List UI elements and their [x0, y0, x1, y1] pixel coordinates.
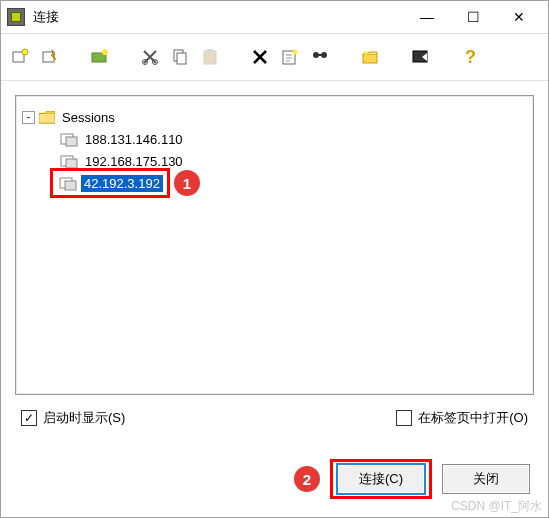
new-folder-icon[interactable] — [89, 46, 111, 68]
tree-item-label-selected: 42.192.3.192 — [81, 175, 163, 192]
connect-button-highlight: 连接(C) — [330, 459, 432, 499]
create-shortcut-icon[interactable] — [409, 46, 431, 68]
tree-item-2-selected[interactable]: 42.192.3.192 1 — [50, 172, 527, 194]
checkbox-checked-icon: ✓ — [21, 410, 37, 426]
tree-item-label: 192.168.175.130 — [82, 153, 186, 170]
properties-icon[interactable] — [359, 46, 381, 68]
quick-connect-icon[interactable] — [39, 46, 61, 68]
watermark-text: CSDN @IT_阿水 — [451, 498, 542, 515]
svg-rect-8 — [177, 53, 186, 64]
checkbox-unchecked-icon — [396, 410, 412, 426]
session-icon — [60, 131, 78, 147]
session-tree[interactable]: - Sessions 188.131.146.110 192.168.175.1… — [15, 95, 534, 395]
help-icon[interactable]: ? — [459, 46, 481, 68]
svg-rect-16 — [363, 54, 377, 63]
svg-point-4 — [102, 49, 108, 55]
tree-root-label: Sessions — [59, 109, 118, 126]
title-bar: 连接 — ☐ ✕ — [1, 1, 548, 34]
callout-badge-2: 2 — [294, 466, 320, 492]
svg-rect-15 — [318, 54, 322, 56]
svg-text:?: ? — [465, 47, 476, 67]
svg-point-1 — [22, 49, 28, 55]
content-area: - Sessions 188.131.146.110 192.168.175.1… — [1, 81, 548, 441]
new-session-icon[interactable] — [9, 46, 31, 68]
paste-icon[interactable] — [199, 46, 221, 68]
cut-icon[interactable] — [139, 46, 161, 68]
folder-icon — [39, 110, 55, 124]
startup-show-checkbox[interactable]: ✓ 启动时显示(S) — [21, 409, 125, 427]
svg-point-12 — [293, 50, 298, 55]
startup-show-label: 启动时显示(S) — [43, 409, 125, 427]
svg-rect-22 — [66, 137, 77, 146]
open-in-tab-label: 在标签页中打开(O) — [418, 409, 528, 427]
window-title: 连接 — [33, 8, 404, 26]
session-icon — [60, 153, 78, 169]
close-button[interactable]: 关闭 — [442, 464, 530, 494]
toolbar: ? — [1, 34, 548, 81]
svg-point-17 — [364, 51, 368, 55]
find-icon[interactable] — [309, 46, 331, 68]
app-icon — [7, 8, 25, 26]
maximize-button[interactable]: ☐ — [450, 3, 496, 31]
footer-buttons: 2 连接(C) 关闭 — [290, 459, 530, 499]
selection-highlight-box: 42.192.3.192 — [50, 168, 170, 198]
callout-badge-1: 1 — [174, 170, 200, 196]
checkbox-row: ✓ 启动时显示(S) 在标签页中打开(O) — [15, 409, 534, 427]
rename-icon[interactable] — [279, 46, 301, 68]
svg-rect-20 — [39, 113, 55, 123]
close-window-button[interactable]: ✕ — [496, 3, 542, 31]
window-controls: — ☐ ✕ — [404, 3, 542, 31]
copy-icon[interactable] — [169, 46, 191, 68]
svg-rect-10 — [207, 49, 213, 53]
dialog-window: 连接 — ☐ ✕ — [0, 0, 549, 518]
svg-rect-24 — [66, 159, 77, 168]
session-icon — [59, 175, 77, 191]
tree-root-sessions[interactable]: - Sessions — [22, 106, 527, 128]
tree-item-0[interactable]: 188.131.146.110 — [60, 128, 527, 150]
svg-rect-26 — [65, 181, 76, 190]
delete-icon[interactable] — [249, 46, 271, 68]
open-in-tab-checkbox[interactable]: 在标签页中打开(O) — [396, 409, 528, 427]
connect-button[interactable]: 连接(C) — [336, 463, 426, 495]
minimize-button[interactable]: — — [404, 3, 450, 31]
collapse-icon[interactable]: - — [22, 111, 35, 124]
tree-item-label: 188.131.146.110 — [82, 131, 186, 148]
